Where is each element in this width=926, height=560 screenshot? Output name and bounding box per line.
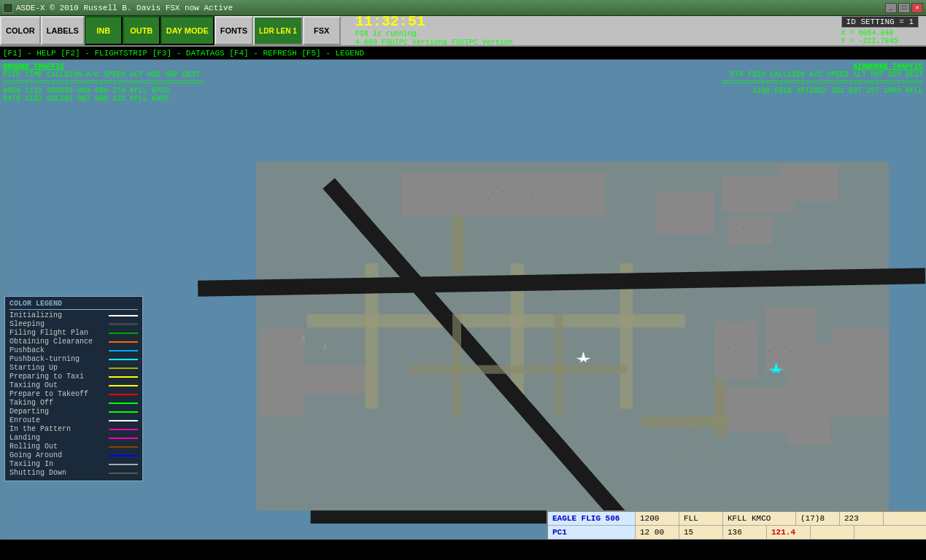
legend-row: Rolling Out xyxy=(9,443,138,451)
svg-rect-26 xyxy=(401,173,605,217)
svg-rect-23 xyxy=(555,314,563,416)
color-legend: COLOR LEGEND InitializingSleepingFiling … xyxy=(4,296,143,481)
outb-button[interactable]: OUTB xyxy=(123,16,161,45)
flight-col4-2: 136 xyxy=(723,526,767,539)
fsx-status-line2: 4.600 FSUIPC Versiona FSUIPC Version xyxy=(355,39,513,47)
flight-row-1: EAGLE FLIG 506 1200 FLL KFLL KMCO (17)8 … xyxy=(548,512,926,526)
flight-col4-1: KFLL KMCO xyxy=(723,512,796,525)
menubar-items[interactable]: [F1] - HELP [F2] - FLIGHTSTRIP [F3] - DA… xyxy=(3,49,364,58)
airborne-traffic-panel: AIRBORNE TRAFFIC ETA FSID CALLSIGN A/C S… xyxy=(722,63,923,95)
fsx-status-line1: FSX is running. xyxy=(355,30,513,39)
close-button[interactable]: ✕ xyxy=(911,3,923,13)
id-setting: ID SETTING = 1 xyxy=(841,16,919,28)
legend-row: Enroute xyxy=(9,416,138,424)
ldrlen-button[interactable]: LDR LEN 1 xyxy=(253,16,303,45)
svg-rect-7 xyxy=(830,329,889,416)
legend-row: Obtaining Clearance xyxy=(9,338,138,346)
legend-row: Landing xyxy=(9,434,138,442)
legend-row: Preparing to Taxi xyxy=(9,373,138,381)
flight-info-panel: EAGLE FLIG 506 1200 FLL KFLL KMCO (17)8 … xyxy=(547,510,926,540)
labels-button[interactable]: LABELS xyxy=(41,16,85,45)
fonts-button[interactable]: FONTS xyxy=(215,16,253,45)
legend-row: Pushback xyxy=(9,346,138,354)
daymode-button[interactable]: DAY MODE xyxy=(161,16,215,45)
legend-row: Initializing xyxy=(9,311,138,319)
flight-col3-2: 15 xyxy=(679,526,723,539)
legend-row: Pushback-turning xyxy=(9,355,138,363)
titlebar-text: ASDE-X © 2010 Russell B. Davis FSX now A… xyxy=(16,4,233,12)
ground-traffic-header: GROUND TRAFFIC xyxy=(3,63,204,71)
svg-rect-13 xyxy=(260,365,377,394)
svg-rect-10 xyxy=(780,166,838,202)
flight-col5-2: 121.4 xyxy=(767,526,811,539)
legend-row: Departing xyxy=(9,408,138,416)
toolbar: COLOR LABELS INB OUTB DAY MODE FONTS LDR… xyxy=(0,16,926,47)
main-area: GROUND TRAFFIC FSID TIME CALLSIGN A/C SP… xyxy=(0,60,926,540)
coord-y: Y = -222.7845 xyxy=(841,37,919,45)
airborne-traffic-header: AIRBORNE TRAFFIC xyxy=(722,63,923,71)
flight-callsign-2: PC1 xyxy=(548,526,636,539)
legend-row: Shutting Down xyxy=(9,469,138,477)
airborne-traffic-separator: ========================================… xyxy=(722,79,923,87)
flight-col5-1: (17)8 xyxy=(796,512,840,525)
svg-rect-27 xyxy=(452,216,464,274)
ground-traffic-separator: ========================================… xyxy=(3,79,204,87)
legend-row: Taxiing In xyxy=(9,460,138,468)
airborne-traffic-columns: ETA FSID CALLSIGN A/C SPEED ALT ROT DEP … xyxy=(722,71,923,79)
flight-callsign-1: EAGLE FLIG 506 xyxy=(548,512,636,525)
legend-row: Taxiing Out xyxy=(9,381,138,389)
inb-button[interactable]: INB xyxy=(85,16,123,45)
legend-rows: InitializingSleepingFiling Flight PlanOb… xyxy=(9,311,138,477)
svg-rect-5 xyxy=(787,373,831,446)
legend-row: Sleeping xyxy=(9,320,138,328)
menubar: [F1] - HELP [F2] - FLIGHTSTRIP [F3] - DA… xyxy=(0,47,926,60)
fsx-button[interactable]: FSX xyxy=(303,16,341,45)
svg-rect-21 xyxy=(409,365,627,374)
svg-rect-11 xyxy=(729,216,773,245)
legend-row: Starting Up xyxy=(9,364,138,372)
flight-col6-2 xyxy=(811,526,854,539)
flight-col6-1: 223 xyxy=(840,512,884,525)
legend-row: Taking Off xyxy=(9,399,138,407)
svg-rect-8 xyxy=(656,190,714,234)
ground-traffic-row-2: 8478 1132 GUL286 007 000 122 KFLL KVDF xyxy=(3,95,204,103)
ground-traffic-columns: FSID TIME CALLSIGN A/C SPEED ALT HDG DEP… xyxy=(3,71,204,79)
flight-row-2: PC1 12 00 15 136 121.4 xyxy=(548,526,926,540)
clock: 11:32:51 xyxy=(355,14,513,30)
titlebar-icon xyxy=(3,3,13,13)
ground-traffic-panel: GROUND TRAFFIC FSID TIME CALLSIGN A/C SP… xyxy=(3,63,204,103)
svg-rect-22 xyxy=(452,314,461,416)
ground-traffic-row-1: 8958 1132 SOU556 003 000 270 KFLL KPVD xyxy=(3,87,204,95)
flight-col2-2: 12 00 xyxy=(636,526,679,539)
flight-col2-1: 1200 xyxy=(636,512,679,525)
legend-row: Filing Flight Plan xyxy=(9,329,138,337)
minimize-button[interactable]: _ xyxy=(885,3,897,13)
maximize-button[interactable]: □ xyxy=(898,3,910,13)
legend-row: In the Pattern xyxy=(9,425,138,433)
coord-x: X = 6064.848 xyxy=(841,29,919,37)
airborne-traffic-row-1: 1108 6516 JET1052 202 037 257 1060 KFLL xyxy=(722,87,923,95)
flight-col3-1: FLL xyxy=(679,512,723,525)
legend-row: Prepare to Takeoff xyxy=(9,390,138,398)
color-button[interactable]: COLOR xyxy=(0,16,41,45)
svg-rect-25 xyxy=(714,380,726,438)
legend-title: COLOR LEGEND xyxy=(9,300,138,310)
titlebar-controls: _ □ ✕ xyxy=(885,3,923,13)
legend-row: Going Around xyxy=(9,451,138,459)
